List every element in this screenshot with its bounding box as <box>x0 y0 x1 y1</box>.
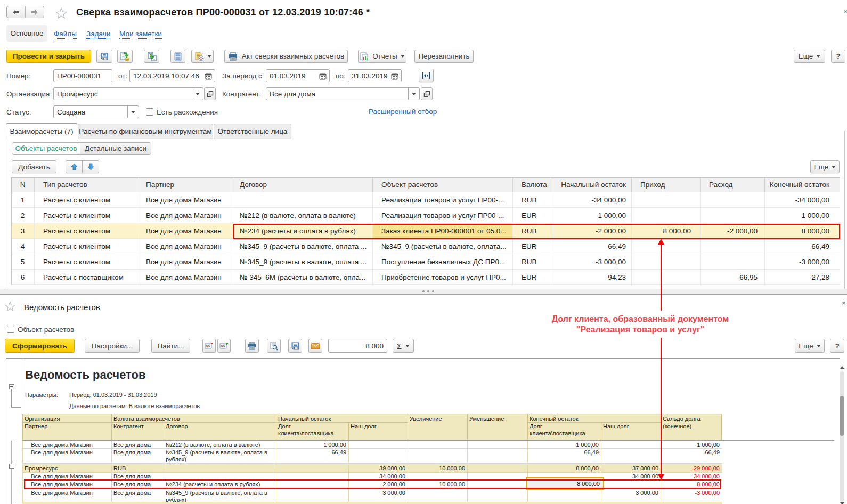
svg-text:аб: аб <box>206 344 210 348</box>
svg-text:аб: аб <box>221 344 225 348</box>
